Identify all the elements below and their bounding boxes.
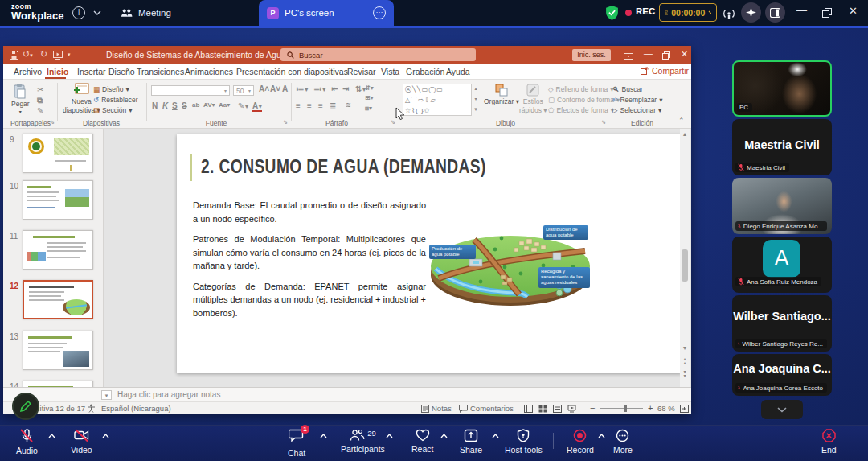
font-color-icon[interactable]: A▾ — [252, 101, 262, 112]
slide-thumbnail-10[interactable] — [23, 180, 93, 220]
ai-companion-button[interactable] — [741, 2, 761, 23]
text-direction-icon[interactable]: ⇵▾ — [365, 84, 374, 92]
more-button[interactable]: More — [613, 429, 633, 455]
zoom-percentage[interactable]: 68 % — [657, 404, 675, 413]
accessibility-icon[interactable] — [87, 404, 96, 413]
tab-ayuda[interactable]: Ayuda — [446, 67, 470, 76]
zoom-out-button[interactable]: − — [590, 403, 595, 413]
text-highlight-icon[interactable]: ✎▾ — [238, 101, 248, 110]
session-info-icon[interactable]: i — [72, 6, 85, 19]
scroll-down-icon[interactable]: ▾ — [680, 344, 690, 352]
tab-diseno[interactable]: Diseño — [108, 67, 135, 76]
shapes-gallery[interactable]: Ⓐ╲╲▭◯▭△⌒⇨⇩▱☆⌇{ }✩ — [403, 84, 472, 116]
zoom-slider-thumb[interactable] — [624, 405, 627, 412]
tab-archivo[interactable]: Archivo — [14, 67, 42, 76]
reset-slide-button[interactable]: ↺Restablecer — [93, 96, 137, 104]
ppt-restore-button[interactable] — [662, 51, 670, 60]
shape-effects-button[interactable]: ⬠Efectos de forma ▾ — [548, 106, 614, 114]
increase-indent-icon[interactable]: ⇥ — [342, 84, 349, 93]
slide-thumbnail-11[interactable] — [23, 230, 93, 270]
share-options-chevron[interactable] — [492, 434, 499, 438]
quick-styles-button[interactable]: Estilos rápidos ▾ — [519, 84, 547, 114]
annotation-pen-button[interactable] — [12, 393, 39, 420]
align-center-icon[interactable]: ≡ — [307, 101, 312, 110]
current-slide-canvas[interactable]: 2. CONSUMO DE AGUA (DEMANDAS) Demanda Ba… — [177, 134, 682, 373]
chat-options-chevron[interactable] — [320, 434, 327, 438]
tab-revisar[interactable]: Revisar — [347, 67, 376, 76]
notes-placeholder[interactable]: Haga clic para agregar notas — [117, 390, 220, 399]
bullets-icon[interactable]: ≔▾ — [296, 84, 309, 93]
record-options-chevron[interactable] — [598, 434, 605, 438]
grow-font-icon[interactable]: A˄ — [259, 84, 269, 93]
audio-options-chevron[interactable] — [48, 434, 55, 438]
react-button[interactable]: React — [411, 429, 433, 454]
next-slide-button[interactable]: ▾▾ — [680, 370, 690, 378]
shrink-font-icon[interactable]: A˅ — [270, 84, 280, 93]
slide-thumbnail-14[interactable] — [23, 381, 93, 387]
numbering-icon[interactable]: ≕▾ — [313, 84, 326, 93]
cut-icon[interactable]: ✂ — [37, 85, 43, 94]
tab-grabacion[interactable]: Grabación — [406, 67, 444, 76]
zoom-in-button[interactable]: + — [648, 403, 653, 413]
water-cycle-diagram[interactable]: Producción de agua potable Distribución … — [424, 217, 597, 312]
chat-button[interactable]: 1 Chat — [288, 429, 305, 458]
scrollbar-thumb[interactable] — [682, 249, 688, 282]
share-button[interactable]: Share — [460, 429, 482, 455]
find-button[interactable]: 🔍︎Buscar — [612, 85, 643, 93]
paste-button[interactable]: Pegar ▾ — [11, 84, 30, 114]
ppt-close-button[interactable]: ✕ — [681, 49, 688, 60]
copy-icon[interactable]: ⧉ — [37, 96, 43, 105]
tab-transiciones[interactable]: Transiciones — [137, 67, 184, 76]
slide-title[interactable]: 2. CONSUMO DE AGUA (DEMANDAS) — [201, 155, 486, 178]
tab-animaciones[interactable]: Animaciones — [185, 67, 233, 76]
normal-view-icon[interactable] — [524, 405, 533, 413]
justify-icon[interactable]: ≣ — [330, 101, 336, 110]
notes-pane[interactable]: ▾ Haga clic para agregar notas — [3, 387, 691, 401]
change-case-icon[interactable]: Aa▾ — [219, 101, 230, 109]
react-options-chevron[interactable] — [440, 434, 448, 438]
underline-icon[interactable]: S — [172, 101, 178, 110]
slide-thumbnail-13[interactable] — [23, 331, 93, 370]
shape-fill-button[interactable]: ◇Relleno de forma ▾ — [548, 85, 614, 93]
zoom-slider-track[interactable] — [600, 408, 643, 409]
shapes-scroll[interactable]: ▴▾▼ — [473, 84, 479, 115]
video-options-chevron[interactable] — [102, 434, 109, 438]
minimize-button[interactable]: — — [796, 4, 807, 16]
drawing-dialog-launcher[interactable]: ⇘ — [601, 119, 606, 126]
align-right-icon[interactable]: ≡ — [318, 101, 323, 110]
notes-splitter-icon[interactable]: ▾ — [101, 390, 112, 400]
bold-icon[interactable]: N — [152, 101, 158, 110]
ribbon-display-icon[interactable] — [624, 51, 633, 60]
chevron-down-icon[interactable] — [93, 10, 101, 15]
clear-format-icon[interactable]: A̲ — [282, 84, 288, 93]
scroll-up-icon[interactable]: ▴ — [680, 129, 690, 138]
meeting-timer[interactable]: 00:00:00 — [659, 3, 717, 22]
sign-in-button[interactable]: Inic. ses. — [572, 49, 611, 61]
columns-icon[interactable]: ≋ — [346, 101, 351, 109]
section-button[interactable]: ▤Sección ▾ — [93, 106, 133, 114]
start-slideshow-icon[interactable] — [53, 51, 63, 60]
close-button[interactable]: ✕ — [849, 5, 858, 17]
share-presentation-button[interactable]: Compartir — [641, 66, 689, 76]
previous-slide-button[interactable]: ▴▴ — [680, 357, 690, 365]
arrange-button[interactable]: Organizar ▾ — [484, 84, 519, 105]
video-button[interactable]: Video — [71, 429, 92, 455]
reading-view-icon[interactable] — [553, 405, 562, 413]
audio-button[interactable]: Audio — [16, 429, 38, 455]
decrease-indent-icon[interactable]: ⇤ — [331, 84, 338, 93]
video-tile-pc[interactable]: PC — [732, 60, 832, 117]
video-tile-maestria-civil[interactable]: Maestria Civil Maestria Civil — [732, 119, 832, 175]
qat-overflow-icon[interactable]: ▾ — [68, 51, 71, 58]
ppt-minimize-button[interactable]: — — [644, 48, 653, 58]
redo-icon[interactable]: ↻ — [40, 49, 47, 60]
italic-icon[interactable]: K — [162, 101, 168, 110]
ppt-search-box[interactable]: Buscar — [280, 48, 476, 61]
slide-scrollbar[interactable]: ▴ ▾ ▴▴ ▾▾ — [680, 129, 690, 387]
align-text-icon[interactable]: ⊞▾ — [365, 94, 374, 101]
comments-toggle[interactable]: Comentarios — [470, 404, 514, 413]
tab-vista[interactable]: Vista — [381, 67, 399, 76]
tab-pcs-screen[interactable]: P PC's screen ··· — [259, 0, 394, 26]
select-button[interactable]: ▷Seleccionar ▾ — [612, 106, 661, 114]
video-tile-diego[interactable]: Diego Enrique Asanza Mo... — [732, 178, 832, 234]
host-tools-button[interactable]: Host tools — [505, 429, 542, 455]
